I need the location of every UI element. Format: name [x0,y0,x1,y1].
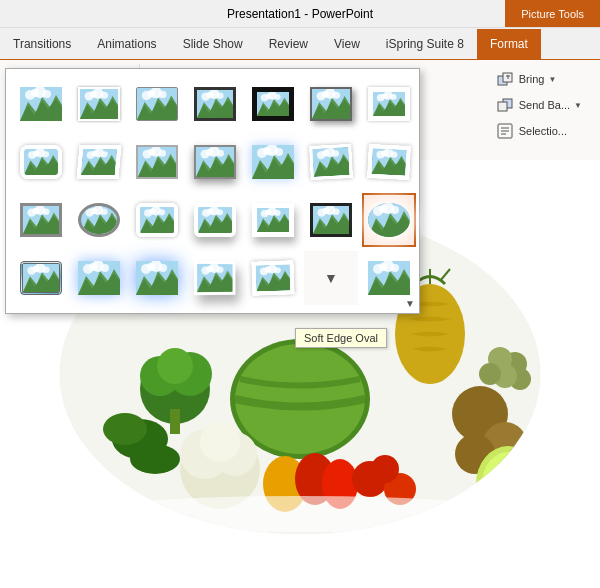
app-window: Presentation1 - PowerPoint Picture Tools… [0,0,600,588]
style-item-0[interactable] [14,77,68,131]
svg-point-233 [391,264,399,272]
selection-pane-icon [495,121,515,141]
send-backward-button[interactable]: Send Ba... ▼ [489,92,588,118]
style-item-9[interactable] [130,135,184,189]
style-item-10[interactable] [188,135,242,189]
expand-styles-icon[interactable]: ▼ [324,270,338,286]
svg-point-113 [275,148,283,156]
svg-point-73 [391,94,397,100]
tab-view[interactable]: View [321,29,373,59]
tab-animations[interactable]: Animations [84,29,169,59]
style-item-14[interactable] [14,193,68,247]
style-item-18[interactable] [246,193,300,247]
style-item-23[interactable] [130,251,184,305]
svg-point-25 [43,90,51,98]
svg-point-266 [490,462,526,506]
svg-point-201 [101,264,109,272]
title-bar: Presentation1 - PowerPoint Picture Tools [0,0,600,28]
tab-transitions[interactable]: Transitions [0,29,84,59]
svg-point-217 [217,266,224,273]
style-item-26[interactable]: ▼ [304,251,358,305]
svg-point-153 [159,209,165,215]
svg-point-267 [494,490,522,518]
svg-point-41 [159,91,167,99]
svg-point-105 [217,150,224,157]
svg-rect-245 [170,409,180,434]
svg-point-255 [130,444,180,474]
svg-point-57 [275,94,281,100]
svg-point-33 [101,92,108,99]
selection-pane-button[interactable]: Selectio... [489,118,588,144]
send-backward-icon [495,95,515,115]
style-item-8[interactable] [72,135,126,189]
picture-tools-badge: Picture Tools [505,0,600,27]
svg-point-137 [43,208,50,215]
tab-format[interactable]: Format [477,29,541,59]
style-item-2[interactable] [130,77,184,131]
tab-review[interactable]: Review [256,29,321,59]
style-item-3[interactable] [188,77,242,131]
svg-point-177 [333,208,340,215]
style-item-6[interactable] [362,77,416,131]
style-item-16[interactable] [130,193,184,247]
picture-styles-popup: ▼ ▼ [5,68,420,314]
svg-point-65 [333,92,340,99]
style-item-25[interactable] [246,251,300,305]
styles-grid: ▼ [14,77,411,305]
title-bar-text: Presentation1 - PowerPoint [227,7,373,21]
bring-forward-icon [495,69,515,89]
svg-rect-13 [498,102,507,111]
style-item-24[interactable] [188,251,242,305]
svg-point-264 [476,446,540,522]
expand-button[interactable]: ▼ [405,298,415,309]
style-item-17[interactable] [188,193,242,247]
svg-point-263 [479,363,501,385]
style-item-20[interactable] [362,193,416,247]
style-item-11[interactable] [246,135,300,189]
style-item-22[interactable] [72,251,126,305]
style-item-4[interactable] [246,77,300,131]
svg-point-254 [103,413,147,445]
bring-forward-button[interactable]: Bring ▼ [489,66,588,92]
svg-point-49 [217,92,224,99]
style-item-21[interactable] [14,251,68,305]
style-item-19[interactable] [304,193,358,247]
tab-ispring[interactable]: iSpring Suite 8 [373,29,477,59]
style-item-5[interactable] [304,77,358,131]
svg-point-209 [159,264,167,272]
style-item-12[interactable] [304,135,358,189]
style-item-15[interactable] [72,193,126,247]
svg-point-145 [101,208,108,215]
ribbon-tabs: Transitions Animations Slide Show Review… [0,28,600,60]
svg-point-169 [275,210,281,216]
svg-point-185 [391,206,399,214]
bring-forward-arrow: ▼ [548,75,556,84]
svg-point-97 [159,150,166,157]
bring-forward-label: Bring [519,73,545,85]
svg-point-270 [371,455,399,483]
style-item-7[interactable] [14,135,68,189]
svg-point-244 [157,348,193,384]
tab-slideshow[interactable]: Slide Show [170,29,256,59]
style-item-1[interactable] [72,77,126,131]
send-backward-arrow: ▼ [574,101,582,110]
picture-tools-label: Picture Tools [521,8,584,20]
svg-point-249 [200,422,240,462]
selection-pane-label: Selectio... [519,125,567,137]
style-item-27[interactable] [362,251,416,305]
arrange-group: Bring ▼ Send Ba... ▼ [481,64,596,156]
svg-point-161 [217,209,223,215]
send-backward-label: Send Ba... [519,99,570,111]
svg-point-265 [482,452,534,516]
svg-point-81 [43,151,49,157]
svg-point-271 [80,496,520,532]
svg-point-193 [43,266,50,273]
style-item-13[interactable] [362,135,416,189]
